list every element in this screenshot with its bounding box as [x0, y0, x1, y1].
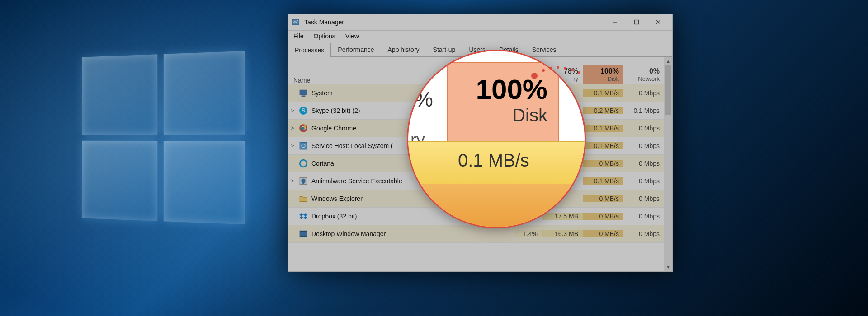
cell-cpu: 1.4% — [515, 230, 542, 237]
table-row[interactable]: Desktop Window Manager1.4%16.3 MB0 MB/s0… — [288, 225, 672, 243]
zoom-lens: % ry 100% Disk 0.1 MB/s — [407, 50, 586, 228]
tab-processes[interactable]: Processes — [288, 43, 331, 57]
cell-disk: 0 MB/s — [583, 213, 623, 220]
scroll-thumb[interactable] — [665, 65, 671, 115]
skype-icon: S — [299, 106, 308, 115]
close-button[interactable] — [648, 15, 669, 29]
explorer-icon — [299, 194, 308, 203]
tab-services[interactable]: Services — [525, 42, 563, 56]
svg-text:S: S — [302, 107, 305, 114]
scroll-up-icon[interactable]: ▲ — [664, 57, 672, 65]
svg-point-14 — [300, 160, 307, 167]
task-manager-icon — [292, 18, 300, 26]
process-name: Desktop Window Manager — [311, 230, 515, 237]
zoom-first-cell-value: 0.1 MB/s — [458, 150, 529, 171]
menu-file[interactable]: File — [293, 33, 304, 40]
cortana-icon — [299, 159, 308, 168]
tab-app-history[interactable]: App history — [381, 42, 426, 56]
header-network[interactable]: 0% Network — [623, 65, 664, 84]
tab-performance[interactable]: Performance — [331, 42, 381, 56]
menubar: File Options View — [288, 31, 672, 42]
cell-memory: 16.3 MB — [542, 230, 583, 237]
scroll-down-icon[interactable]: ▼ — [664, 263, 672, 271]
chrome-icon — [299, 124, 308, 133]
menu-view[interactable]: View — [345, 33, 359, 40]
cell-disk: 0.1 MB/s — [583, 142, 623, 149]
window-title: Task Manager — [304, 19, 604, 26]
cell-network: 0 Mbps — [623, 160, 664, 167]
svg-rect-5 — [300, 90, 307, 95]
cell-network: 0 Mbps — [623, 213, 664, 220]
menu-options[interactable]: Options — [314, 33, 335, 40]
expand-icon[interactable]: > — [288, 143, 297, 149]
svg-rect-17 — [300, 231, 307, 232]
cell-network: 0 Mbps — [623, 177, 664, 185]
header-disk[interactable]: 100% Disk — [583, 65, 623, 84]
cell-disk: 0 MB/s — [583, 230, 623, 237]
dropbox-icon — [299, 212, 308, 221]
windows-logo — [82, 51, 245, 224]
cell-memory: 17.5 MB — [542, 213, 583, 220]
system-icon — [299, 88, 308, 98]
expand-icon[interactable]: > — [288, 125, 297, 131]
cell-network: 0.1 Mbps — [623, 107, 664, 114]
tab-startup[interactable]: Start-up — [426, 42, 462, 56]
cell-network: 0 Mbps — [623, 195, 664, 202]
cell-disk: 0 MB/s — [583, 160, 623, 167]
cell-disk: 0.1 MB/s — [583, 177, 623, 185]
scrollbar[interactable]: ▲ ▼ — [664, 57, 672, 271]
svchost-icon — [299, 141, 308, 150]
zoom-disk-label: Disk — [448, 105, 558, 125]
zoom-disk-header: 100% Disk — [447, 62, 559, 142]
cell-network: 0 Mbps — [623, 89, 664, 97]
dwm-icon — [299, 229, 308, 238]
cell-network: 0 Mbps — [623, 142, 664, 149]
defender-icon — [299, 177, 308, 186]
svg-rect-2 — [635, 20, 639, 24]
expand-icon[interactable]: > — [288, 107, 297, 114]
cell-disk: 0 MB/s — [583, 195, 623, 202]
expand-icon[interactable]: > — [288, 178, 297, 184]
cell-disk: 0.2 MB/s — [583, 107, 623, 114]
cell-network: 0 Mbps — [623, 125, 664, 132]
maximize-button[interactable] — [626, 15, 647, 29]
minimize-button[interactable] — [604, 15, 625, 29]
svg-rect-12 — [300, 142, 307, 149]
cell-disk: 0.1 MB/s — [583, 89, 623, 97]
titlebar[interactable]: Task Manager — [288, 14, 672, 31]
svg-rect-6 — [302, 96, 306, 97]
cell-disk: 0.1 MB/s — [583, 125, 623, 132]
cell-network: 0 Mbps — [623, 230, 664, 237]
